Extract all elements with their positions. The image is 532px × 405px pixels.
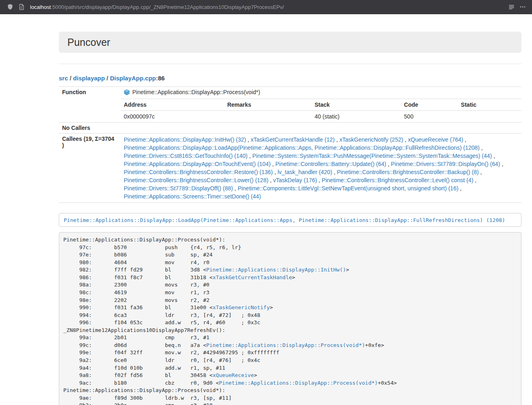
callee-link[interactable]: Pinetime::System::SystemTask::PushMessag… [252,153,492,159]
function-stats-cell: AddressRemarksStackCodeStatic 0x0000097c… [121,99,521,123]
function-table: Function Pinetime::Applications::Display… [59,86,521,203]
callee-separator: , [246,136,251,143]
callees-list: Pinetime::Applications::DisplayApp::Init… [121,134,521,203]
callee-link[interactable]: Pinetime::Controllers::BrightnessControl… [337,169,478,175]
stats-value-stack: 40 (static) [311,111,401,123]
no-callers-row: No Callers [59,123,521,134]
callee-separator: , [492,153,495,159]
code-symbol-link[interactable]: xTaskGetCurrentTaskHandle [213,274,292,280]
callee-link[interactable]: vTaskDelay (176) [273,177,317,183]
callee-link[interactable]: Pinetime::Applications::DisplayApp::Load… [124,144,480,151]
breadcrumb-separator: / [105,75,110,82]
callee-link[interactable]: Pinetime::Drivers::Cst816S::GetTouchInfo… [124,153,248,159]
callee-separator: , [480,144,483,151]
callee-separator: , [500,161,504,167]
callee-link[interactable]: lv_task_handler (420) [278,169,332,175]
callee-separator: , [332,169,337,175]
function-stats-row: AddressRemarksStackCodeStatic 0x0000097c… [59,99,521,123]
callee-separator: , [273,169,278,175]
callee-link[interactable]: Pinetime::Controllers::BrightnessControl… [124,169,273,175]
code-symbol-link[interactable]: Pinetime::Applications::DisplayApp::Init… [206,267,346,273]
callee-separator: , [335,136,340,143]
stats-header-static: Static [458,99,521,111]
app-header: Puncover [59,32,521,53]
stats-value-code: 500 [401,111,458,123]
more-menu-icon[interactable] [519,3,526,11]
page-info-icon[interactable] [18,3,25,11]
page-title: Puncover [67,37,110,48]
callee-separator: , [233,185,238,192]
shield-icon[interactable] [6,3,14,11]
function-name-cell: Pinetime::Applications::DisplayApp::Proc… [121,87,521,99]
callee-link[interactable]: Pinetime::Applications::DisplayApp::Init… [124,136,246,143]
breadcrumb-item[interactable]: displayapp [73,75,105,82]
breadcrumb: src / displayapp / DisplayApp.cpp:86 [59,74,521,82]
code-symbol-link[interactable]: Pinetime::Applications::DisplayApp::Proc… [219,380,378,386]
stats-header-code: Code [401,99,458,111]
callee-link[interactable]: xTaskGetCurrentTaskHandle (12) [251,136,335,143]
stats-value-row: 0x0000097c40 (static)500 [121,111,521,123]
callee-separator: , [386,161,391,167]
breadcrumb-line-number: 86 [158,75,165,82]
header-divider [59,64,521,64]
disassembly-block: Pinetime::Applications::DisplayApp::Proc… [59,232,521,405]
stats-table: AddressRemarksStackCodeStatic 0x0000097c… [121,99,521,122]
stats-value-remarks [224,111,311,123]
callee-separator: , [403,136,408,143]
callee-separator: , [473,177,476,183]
breadcrumb-item[interactable]: DisplayApp.cpp: [110,75,158,82]
callee-separator: , [479,169,482,175]
url-path: :5000/path/src/displayapp/DisplayApp.cpp… [51,4,284,10]
no-callers-cell [121,123,521,134]
url-host: localhost [30,4,51,10]
reader-view-icon[interactable] [508,3,515,11]
main-content: Puncover src / displayapp / DisplayApp.c… [59,14,521,405]
callee-separator: , [317,177,322,183]
function-row-label: Function [59,87,121,123]
callee-separator: , [463,136,466,143]
callee-separator: , [248,153,252,159]
callee-link[interactable]: Pinetime::Controllers::BrightnessControl… [124,177,268,183]
callees-label: Callees (19, Σ=3704 ) [59,134,121,203]
breadcrumb-separator: / [68,75,73,82]
callee-link[interactable]: xTaskGenericNotify (252) [339,136,403,143]
callee-link[interactable]: xQueueReceive (764) [408,136,463,143]
code-symbol-link[interactable]: xQueueReceive [213,372,254,378]
callee-separator: , [271,161,276,167]
method-cube-icon [124,89,130,97]
no-callers-label: No Callers [59,123,121,134]
callee-separator: , [268,177,273,183]
code-symbol-link[interactable]: Pinetime::Applications::DisplayApp::Proc… [206,342,365,348]
browser-toolbar: localhost:5000/path/src/displayapp/Displ… [0,0,532,14]
breadcrumb-item[interactable]: src [59,75,68,82]
stats-header-address: Address [121,99,224,111]
callee-link[interactable]: Pinetime::Controllers::Battery::Update()… [276,161,386,167]
stats-header-row: AddressRemarksStackCodeStatic [121,99,521,111]
stats-value-static [458,111,521,123]
selected-callee-link[interactable]: Pinetime::Applications::DisplayApp::Load… [64,217,505,223]
function-name: Pinetime::Applications::DisplayApp::Proc… [132,89,260,95]
callee-link[interactable]: Pinetime::Drivers::St7789::DisplayOff() … [124,185,233,192]
callee-link[interactable]: Pinetime::Controllers::BrightnessControl… [322,177,473,183]
selected-callee-panel: Pinetime::Applications::DisplayApp::Load… [59,213,521,227]
url-bar[interactable]: localhost:5000/path/src/displayapp/Displ… [29,4,504,10]
stats-value-address: 0x0000097c [121,111,224,123]
function-row: Function Pinetime::Applications::Display… [59,87,521,99]
callee-link[interactable]: Pinetime::Drivers::St7789::DisplayOn() (… [391,161,500,167]
code-symbol-link[interactable]: xTaskGenericNotify [213,304,270,310]
stats-header-remarks: Remarks [224,99,311,111]
callees-row: Callees (19, Σ=3704 ) Pinetime::Applicat… [59,134,521,203]
callee-separator: , [459,185,462,192]
stats-header-stack: Stack [311,99,401,111]
callee-link[interactable]: Pinetime::Components::LittleVgl::SetNewT… [238,185,459,192]
callee-link[interactable]: Pinetime::Applications::DisplayApp::OnTo… [124,161,271,167]
callee-link[interactable]: Pinetime::Applications::Screens::Timer::… [124,193,261,200]
